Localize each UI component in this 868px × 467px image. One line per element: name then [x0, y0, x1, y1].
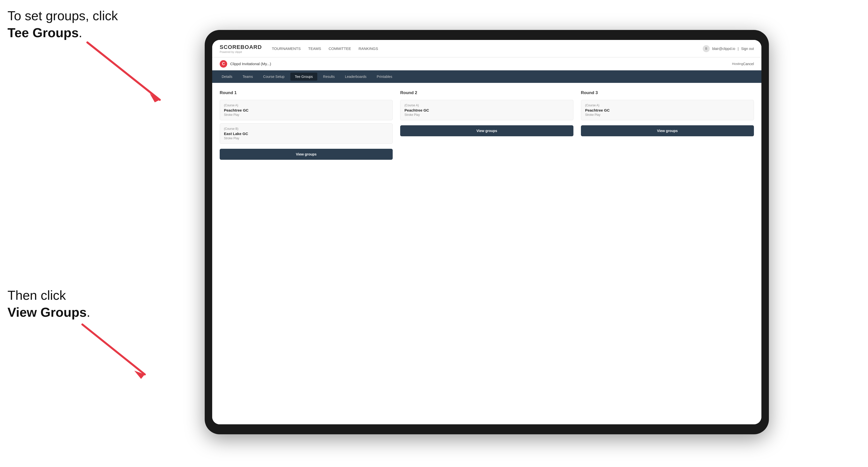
- avatar: B: [703, 45, 710, 52]
- round-1-course-b-card: (Course B) East Lake GC Stroke Play: [220, 123, 393, 144]
- tournament-logo: C: [220, 60, 227, 68]
- tournament-bar: C Clippd Invitational (My...) Hosting Ca…: [212, 57, 762, 70]
- round-2-view-groups-button[interactable]: View groups: [400, 125, 573, 136]
- round-1-course-a-name: Peachtree GC: [224, 108, 389, 112]
- separator: |: [738, 47, 739, 51]
- logo-sub: Powered by clippit: [220, 51, 262, 54]
- tab-tee-groups[interactable]: Tee Groups: [290, 73, 317, 81]
- sign-out-link[interactable]: Sign out: [741, 47, 754, 51]
- main-content: Round 1 (Course A) Peachtree GC Stroke P…: [212, 83, 762, 424]
- logo-text: SCOREBOARD: [220, 44, 262, 51]
- round-1-course-a-card: (Course A) Peachtree GC Stroke Play: [220, 100, 393, 120]
- nav-rankings[interactable]: RANKINGS: [359, 45, 378, 52]
- nav-links: TOURNAMENTS TEAMS COMMITTEE RANKINGS: [272, 45, 703, 52]
- nav-right: B blair@clippd.io | Sign out: [703, 45, 754, 52]
- round-1-course-a-label: (Course A): [224, 103, 389, 107]
- round-2-course-a-type: Stroke Play: [404, 113, 569, 117]
- svg-line-2: [82, 324, 145, 374]
- arrow-view-groups: [67, 314, 155, 394]
- round-2-course-a-label: (Course A): [404, 103, 569, 107]
- round-3-view-groups-button[interactable]: View groups: [581, 125, 754, 136]
- tournament-name: Clippd Invitational (My...): [230, 62, 731, 66]
- nav-tournaments[interactable]: TOURNAMENTS: [272, 45, 301, 52]
- tab-course-setup[interactable]: Course Setup: [259, 73, 289, 81]
- user-email: blair@clippd.io: [712, 47, 735, 51]
- tablet-screen: SCOREBOARD Powered by clippit TOURNAMENT…: [212, 40, 762, 424]
- tab-bar: Details Teams Course Setup Tee Groups Re…: [212, 70, 762, 83]
- round-1-title: Round 1: [220, 90, 393, 95]
- arrow-tee-groups: [75, 30, 175, 117]
- round-2-course-a-card: (Course A) Peachtree GC Stroke Play: [400, 100, 573, 120]
- tab-results[interactable]: Results: [318, 73, 339, 81]
- round-3-title: Round 3: [581, 90, 754, 95]
- round-2-title: Round 2: [400, 90, 573, 95]
- round-1-view-groups-button[interactable]: View groups: [220, 149, 393, 160]
- nav-committee[interactable]: COMMITTEE: [329, 45, 351, 52]
- tablet-device: SCOREBOARD Powered by clippit TOURNAMENT…: [205, 30, 769, 434]
- round-3-course-a-name: Peachtree GC: [585, 108, 750, 112]
- round-2-course-a-name: Peachtree GC: [404, 108, 569, 112]
- tab-details[interactable]: Details: [217, 73, 237, 81]
- round-1-course-b-type: Stroke Play: [224, 136, 389, 140]
- round-1-course-b-label: (Course B): [224, 127, 389, 130]
- round-3-column: Round 3 (Course A) Peachtree GC Stroke P…: [581, 90, 754, 160]
- cancel-button[interactable]: Cancel: [743, 62, 754, 66]
- round-1-column: Round 1 (Course A) Peachtree GC Stroke P…: [220, 90, 393, 160]
- tab-teams[interactable]: Teams: [238, 73, 257, 81]
- nav-teams[interactable]: TEAMS: [308, 45, 321, 52]
- hosting-badge: Hosting: [732, 62, 743, 66]
- round-1-course-a-type: Stroke Play: [224, 113, 389, 117]
- nav-bar: SCOREBOARD Powered by clippit TOURNAMENT…: [212, 40, 762, 57]
- tab-printables[interactable]: Printables: [372, 73, 397, 81]
- tab-leaderboards[interactable]: Leaderboards: [341, 73, 371, 81]
- round-2-column: Round 2 (Course A) Peachtree GC Stroke P…: [400, 90, 573, 160]
- logo-area: SCOREBOARD Powered by clippit: [220, 44, 262, 54]
- instruction-bottom-line1: Then click: [7, 288, 66, 303]
- round-3-course-a-type: Stroke Play: [585, 113, 750, 117]
- rounds-container: Round 1 (Course A) Peachtree GC Stroke P…: [220, 90, 754, 160]
- instruction-top-line1: To set groups, click: [7, 8, 118, 23]
- round-3-course-a-label: (Course A): [585, 103, 750, 107]
- instruction-top-bold: Tee Groups: [7, 26, 79, 40]
- svg-line-0: [87, 42, 160, 100]
- round-3-course-a-card: (Course A) Peachtree GC Stroke Play: [581, 100, 754, 120]
- round-1-course-b-name: East Lake GC: [224, 131, 389, 136]
